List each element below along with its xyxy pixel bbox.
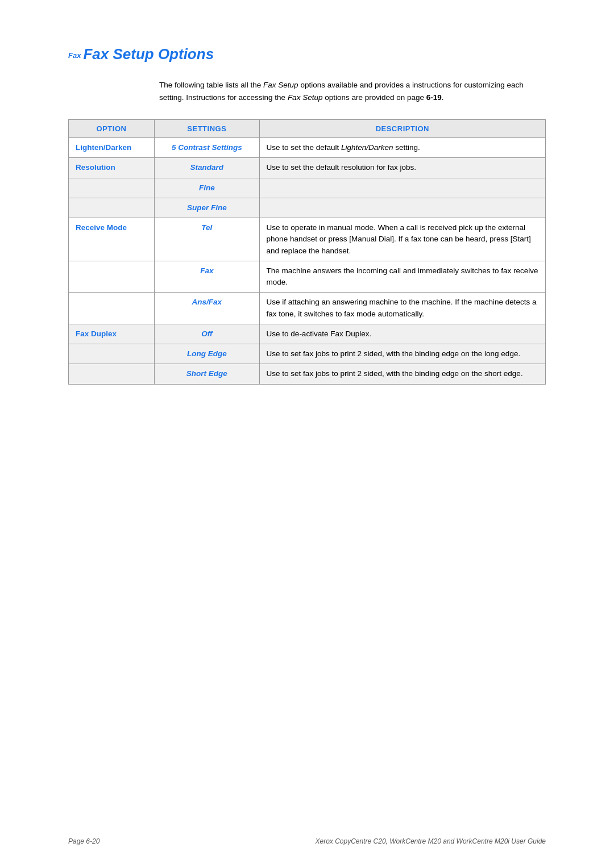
description-cell: Use to set fax jobs to print 2 sided, wi… [259,344,545,364]
table-row: Short Edge Use to set fax jobs to print … [69,364,546,384]
page-footer: Page 6-20 Xerox CopyCentre C20, WorkCent… [68,837,546,845]
table-row: Super Fine [69,198,546,218]
intro-text: The following table lists all the Fax Se… [159,79,534,103]
option-cell [69,198,155,218]
description-cell [259,198,545,218]
option-cell: Fax Duplex [69,324,155,344]
settings-cell: Ans/Fax [155,293,260,324]
settings-cell: Fine [155,178,260,198]
description-cell: Use to set fax jobs to print 2 sided, wi… [259,364,545,384]
table-row: Receive Mode Tel Use to operate in manua… [69,218,546,261]
table-row: Fax The machine answers the incoming cal… [69,261,546,293]
table-row: Long Edge Use to set fax jobs to print 2… [69,344,546,364]
description-cell: Use to de-activate Fax Duplex. [259,324,545,344]
description-cell [259,178,545,198]
settings-cell: Standard [155,158,260,178]
footer-page-number: Page 6-20 [68,837,99,845]
settings-cell: Fax [155,261,260,293]
option-cell [69,261,155,293]
option-cell: Receive Mode [69,218,155,261]
settings-cell: Long Edge [155,344,260,364]
header-settings: SETTINGS [155,120,260,138]
header-description: DESCRIPTION [259,120,545,138]
table-row: Lighten/Darken 5 Contrast Settings Use t… [69,138,546,158]
option-cell [69,344,155,364]
footer-document-title: Xerox CopyCentre C20, WorkCentre M20 and… [316,837,546,845]
table-row: Fine [69,178,546,198]
settings-cell: 5 Contrast Settings [155,138,260,158]
options-table: OPTION SETTINGS DESCRIPTION Lighten/Dark… [68,119,546,385]
option-cell [69,364,155,384]
table-row: Resolution Standard Use to set the defau… [69,158,546,178]
option-cell [69,293,155,324]
table-row: Ans/Fax Use if attaching an answering ma… [69,293,546,324]
fax-label: Fax [68,51,81,60]
header-option: OPTION [69,120,155,138]
page-title: Fax Setup Options [83,45,214,63]
settings-cell: Short Edge [155,364,260,384]
option-cell [69,178,155,198]
page-container: Fax Fax Setup Options The following tabl… [0,0,614,419]
table-row: Fax Duplex Off Use to de-activate Fax Du… [69,324,546,344]
settings-cell: Off [155,324,260,344]
description-cell: Use to operate in manual mode. When a ca… [259,218,545,261]
description-cell: Use to set the default resolution for fa… [259,158,545,178]
description-cell: The machine answers the incoming call an… [259,261,545,293]
description-cell: Use if attaching an answering machine to… [259,293,545,324]
title-area: Fax Fax Setup Options [68,45,546,63]
settings-cell: Super Fine [155,198,260,218]
option-cell: Lighten/Darken [69,138,155,158]
settings-cell: Tel [155,218,260,261]
description-cell: Use to set the default Lighten/Darken se… [259,138,545,158]
option-cell: Resolution [69,158,155,178]
